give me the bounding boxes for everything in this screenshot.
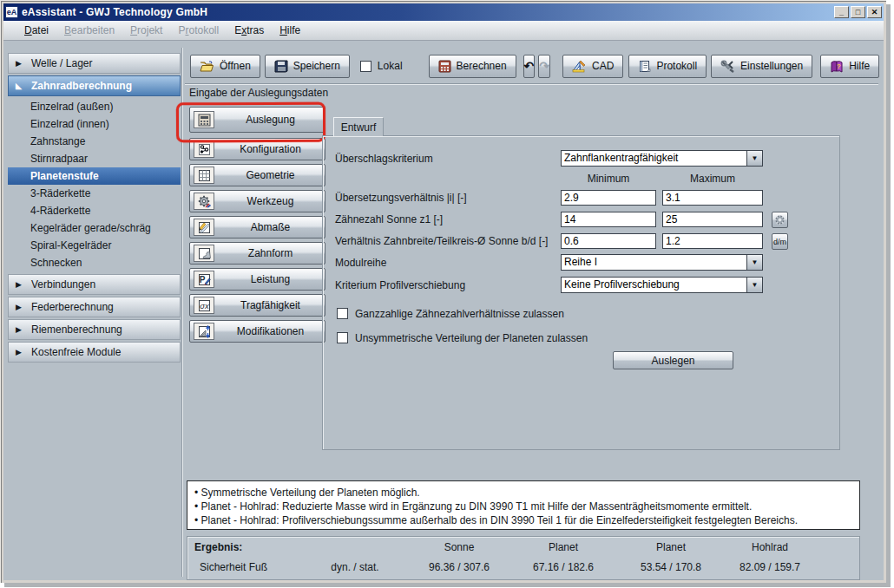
results-panel: Ergebnis: Sonne Planet Planet Hohlrad Si… [187, 536, 860, 580]
chevron-down-icon: ▼ [752, 154, 759, 162]
gear-icon [194, 193, 214, 210]
calculator-icon [194, 111, 214, 128]
menu-hilfe[interactable]: Hilfe [272, 23, 308, 38]
nav-button-column: Auslegung Konfiguration Geometrie Werkze… [189, 107, 325, 346]
sidebar-item-zahnstange[interactable]: Zahnstange [8, 133, 181, 150]
sidebar-item-kegelraeder[interactable]: Kegelräder gerade/schräg [8, 219, 181, 237]
criterion-dropdown[interactable]: Zahnflankentragfähigkeit ▼ [561, 150, 763, 167]
sidebar-item-planetenstufe[interactable]: Planetenstufe [8, 167, 181, 185]
nav-tragfaehigkeit-button[interactable]: σx Tragfähigkeit [189, 294, 325, 317]
width-ratio-min-input[interactable] [561, 233, 656, 249]
chevron-right-icon: ▶ [16, 325, 24, 334]
sidebar-item-einzelrad-innen[interactable]: Einzelrad (innen) [8, 115, 181, 133]
folder-open-icon [200, 60, 214, 73]
calculator-icon [438, 60, 451, 73]
gear-picker-button[interactable] [772, 212, 788, 228]
integer-ratio-label: Ganzzahlige Zähnezahlverhältnisse zulass… [355, 308, 564, 320]
asymmetric-distribution-checkbox[interactable] [337, 332, 348, 343]
sidebar-item-spiral-kegelraeder[interactable]: Spiral-Kegelräder [8, 237, 181, 254]
help-button[interactable]: ? Hilfe [820, 55, 879, 78]
sidebar-section-welle-lager[interactable]: ▶ Welle / Lager [8, 53, 181, 74]
asymmetric-distribution-label: Unsymmetrische Verteilung der Planeten z… [355, 332, 588, 344]
nav-modifikationen-button[interactable]: Modifikationen [189, 320, 325, 343]
close-button[interactable]: ✕ [867, 6, 882, 18]
nav-konfiguration-button[interactable]: Konfiguration [189, 138, 325, 160]
power-icon: P [194, 271, 214, 288]
results-title: Ergebnis: [194, 541, 242, 553]
tab-entwurf[interactable]: Entwurf [333, 117, 384, 136]
menu-bearbeiten: Bearbeiten [56, 23, 122, 38]
design-button[interactable]: Auslegen [613, 351, 733, 369]
cad-button[interactable]: CAD [562, 55, 623, 78]
redo-icon: ↷ [539, 59, 549, 73]
gear-icon [774, 214, 786, 225]
menu-datei[interactable]: Datei [16, 23, 56, 38]
set-square-pencil-icon [572, 60, 587, 73]
ratio-max-input[interactable] [662, 190, 763, 206]
protocol-button[interactable]: Protokoll [628, 55, 707, 78]
sidebar-item-schnecken[interactable]: Schnecken [8, 254, 181, 271]
menu-bar: Datei Bearbeiten Projekt Protokoll Extra… [3, 21, 884, 41]
results-row-sublabel: dyn. / stat. [303, 561, 407, 573]
sidebar-section-kostenfreie-module[interactable]: ▶ Kostenfreie Module [8, 342, 181, 363]
sidebar-section-federberechnung[interactable]: ▶ Federberechnung [8, 297, 181, 317]
svg-text:?: ? [837, 62, 841, 69]
sidebar-item-einzelrad-aussen[interactable]: Einzelrad (außen) [8, 98, 181, 115]
profile-shift-dropdown[interactable]: Keine Profilverschiebung ▼ [561, 277, 763, 293]
sidebar: ▶ Welle / Lager ◣ Zahnradberechnung Einz… [8, 53, 181, 364]
criterion-label: Überschlagskriterium [335, 153, 433, 165]
nav-abmasse-button[interactable]: Abmaße [189, 216, 325, 238]
maximize-button[interactable]: □ [851, 6, 865, 18]
minimum-header: Minimum [561, 173, 656, 185]
redo-button: ↷ [538, 55, 550, 78]
menu-extras[interactable]: Extras [227, 23, 272, 38]
nav-leistung-button[interactable]: P Leistung [189, 268, 325, 291]
floppy-disk-icon [274, 60, 288, 73]
nav-auslegung-button[interactable]: Auslegung [189, 107, 325, 133]
sidebar-item-4-raederkette[interactable]: 4-Räderkette [8, 202, 181, 219]
app-window: eA eAssistant - GWJ Technology GmbH _ □ … [0, 0, 886, 583]
message-line: • Planet - Hohlrad: Profilverschiebungss… [194, 513, 852, 527]
results-col-planet1: Planet [511, 541, 615, 553]
ratio-min-input[interactable] [561, 190, 656, 206]
width-ratio-max-input[interactable] [662, 233, 763, 249]
integer-ratio-checkbox[interactable] [337, 308, 348, 319]
open-button[interactable]: Öffnen [190, 55, 260, 78]
sidebar-section-riemenberechnung[interactable]: ▶ Riemenberechnung [8, 319, 181, 340]
page-title: Eingabe der Auslegungsdaten [189, 87, 328, 99]
results-col-sonne: Sonne [407, 541, 511, 553]
teeth-min-input[interactable] [561, 212, 656, 227]
sidebar-section-verbindungen[interactable]: ▶ Verbindungen [8, 274, 181, 295]
results-value-hohlrad: 82.09 / 159.7 [718, 561, 822, 573]
dm-icon: d/m [773, 238, 786, 246]
chevron-down-icon: ▼ [752, 258, 759, 266]
sidebar-divider [181, 48, 183, 577]
sidebar-item-stirnradpaar[interactable]: Stirnradpaar [8, 150, 181, 167]
sidebar-item-3-raederkette[interactable]: 3-Räderkette [8, 185, 181, 202]
tools-icon [720, 60, 735, 73]
local-checkbox-row: Lokal [360, 60, 403, 72]
module-series-label: Modulreihe [335, 257, 386, 269]
local-checkbox[interactable] [360, 61, 371, 72]
module-series-dropdown[interactable]: Reihe I ▼ [561, 254, 763, 271]
nodes-icon [194, 140, 214, 158]
nav-geometrie-button[interactable]: Geometrie [189, 164, 325, 186]
undo-button[interactable]: ↶ [523, 55, 536, 78]
settings-button[interactable]: Einstellungen [711, 55, 812, 78]
message-line: • Planet - Hohlrad: Reduzierte Masse wir… [194, 500, 852, 513]
teeth-max-input[interactable] [662, 212, 763, 227]
chevron-right-icon: ▶ [16, 348, 24, 356]
nav-werkzeug-button[interactable]: Werkzeug [189, 190, 325, 212]
teeth-label: Zähnezahl Sonne z1 [-] [335, 213, 443, 225]
grid-icon [194, 167, 214, 184]
results-col-hohlrad: Hohlrad [718, 541, 822, 553]
help-book-icon: ? [830, 60, 844, 73]
sidebar-section-zahnradberechnung[interactable]: ◣ Zahnradberechnung [8, 75, 181, 96]
window-title: eAssistant - GWJ Technology GmbH [22, 6, 834, 18]
minimize-button[interactable]: _ [834, 6, 849, 18]
calculate-button[interactable]: Berechnen [429, 55, 516, 78]
dm-toggle-button[interactable]: d/m [772, 233, 788, 250]
save-button[interactable]: Speichern [265, 55, 350, 78]
local-checkbox-label: Lokal [378, 60, 403, 72]
nav-zahnform-button[interactable]: Zahnform [189, 242, 325, 265]
